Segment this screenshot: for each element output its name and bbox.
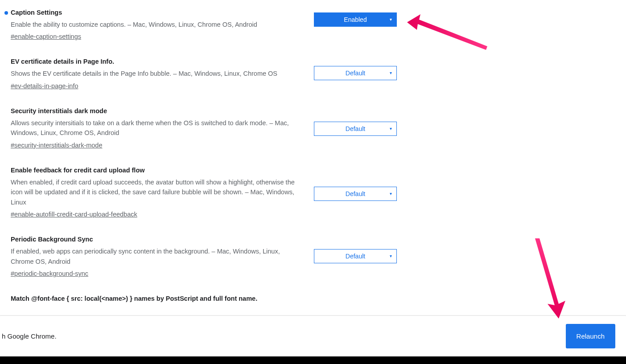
footer-bar: h Google Chrome. Relaunch [0,315,626,356]
flag-select[interactable]: Default [314,66,397,80]
flag-item: Security interstitials dark modeAllows s… [11,98,626,158]
flag-item: Caption SettingsEnable the ability to cu… [11,0,626,49]
flag-hash-link[interactable]: #periodic-background-sync [11,270,88,277]
flag-title: Caption Settings [11,9,301,16]
flag-select-wrap: Enabled [314,12,397,27]
flag-text: Periodic Background SyncIf enabled, web … [11,236,309,277]
flag-title: Periodic Background Sync [11,236,301,243]
flag-select[interactable]: Enabled [314,12,397,27]
flag-select[interactable]: Default [314,249,397,263]
flag-title: EV certificate details in Page Info. [11,58,301,65]
flag-text: Caption SettingsEnable the ability to cu… [11,9,309,40]
flag-item: Enable feedback for credit card upload f… [11,158,626,227]
flag-title: Match @font-face { src: local(<name>) } … [11,286,626,307]
flag-item: Periodic Background SyncIf enabled, web … [11,227,626,286]
flag-select-wrap: Default [314,249,397,263]
flag-text: Enable feedback for credit card upload f… [11,167,309,218]
flag-title: Enable feedback for credit card upload f… [11,167,301,174]
flag-hash-link[interactable]: #enable-autofill-credit-card-upload-feed… [11,211,137,218]
flag-select[interactable]: Default [314,187,397,201]
flag-description: Shows the EV certificate details in the … [11,69,301,78]
relaunch-button[interactable]: Relaunch [566,324,615,348]
flag-description: Allows security intersitials to take on … [11,118,301,138]
flag-select-wrap: Default [314,122,397,136]
flag-text: Security interstitials dark modeAllows s… [11,107,309,149]
flag-title: Security interstitials dark mode [11,107,301,115]
bottom-strip [0,356,626,364]
flag-description: Enable the ability to customize captions… [11,20,301,29]
flag-select-wrap: Default [314,66,397,80]
flag-text: EV certificate details in Page Info.Show… [11,58,309,89]
flag-hash-link[interactable]: #ev-details-in-page-info [11,82,78,90]
flag-description: When enabled, if credit card upload succ… [11,177,301,207]
flag-description: If enabled, web apps can periodically sy… [11,246,301,266]
flag-hash-link[interactable]: #enable-caption-settings [11,33,81,40]
flag-item: EV certificate details in Page Info.Show… [11,49,626,98]
flag-select-wrap: Default [314,187,397,201]
flag-select[interactable]: Default [314,122,397,136]
flag-hash-link[interactable]: #security-interstitials-dark-mode [11,142,102,149]
footer-text: h Google Chrome. [0,332,57,340]
